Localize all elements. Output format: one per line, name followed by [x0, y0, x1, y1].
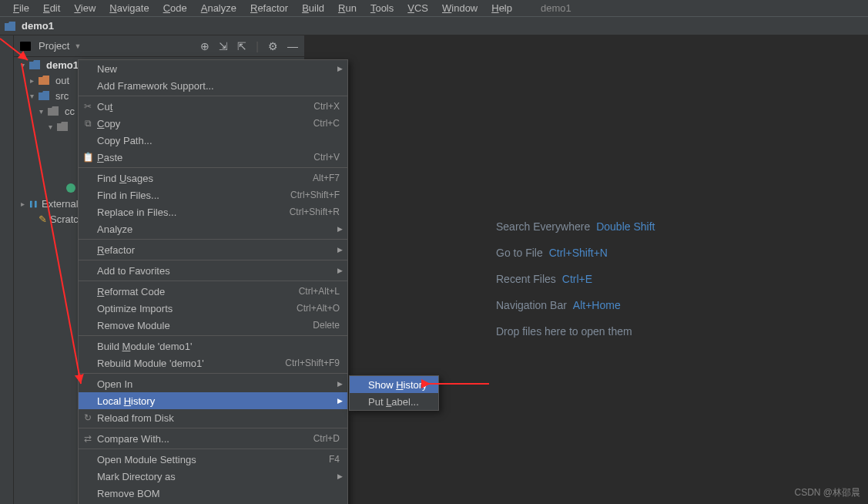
menu-item-shortcut: Ctrl+Alt+L: [299, 286, 340, 297]
menu-item-label: Compare With...: [97, 433, 169, 445]
folder-icon: [57, 122, 68, 131]
tree-root[interactable]: demo1: [46, 59, 79, 71]
menu-item[interactable]: ✂CutCtrl+X: [79, 98, 347, 115]
menu-item-label: Add Framework Support...: [97, 80, 214, 92]
menu-item-shortcut: Ctrl+V: [313, 152, 340, 163]
menu-item[interactable]: Copy Path...: [79, 132, 347, 149]
breadcrumb: demo1: [0, 17, 868, 35]
menu-item-label: Replace in Files...: [97, 207, 176, 218]
menu-navigate[interactable]: Navigate: [102, 2, 156, 14]
submenu-item-label: Show History: [368, 379, 427, 391]
submenu-item[interactable]: Put Label...: [350, 393, 438, 410]
chevron-right-icon: ▶: [337, 65, 343, 72]
sidebar-title[interactable]: Project: [39, 40, 69, 52]
menu-item[interactable]: Replace in Files...Ctrl+Shift+R: [79, 203, 347, 220]
menu-item[interactable]: 📋PasteCtrl+V: [79, 149, 347, 166]
breadcrumb-project[interactable]: demo1: [22, 20, 54, 32]
menu-help[interactable]: Help: [484, 2, 519, 14]
menu-tools[interactable]: Tools: [364, 2, 400, 14]
context-menu[interactable]: New▶Add Framework Support...✂CutCtrl+X⧉C…: [78, 59, 348, 504]
submenu-item-label: Put Label...: [368, 396, 419, 408]
tree-cc[interactable]: cc: [65, 106, 75, 117]
tree-src[interactable]: src: [55, 90, 69, 102]
menu-item-label: Local History: [97, 395, 155, 407]
menu-item[interactable]: Open In▶: [79, 375, 347, 392]
project-view-icon: [20, 42, 31, 51]
menu-item-label: New: [97, 63, 117, 75]
expand-icon[interactable]: ⇲: [219, 40, 228, 52]
menu-item[interactable]: ⧉CopyCtrl+C: [79, 115, 347, 132]
editor-hint: Go to FileCtrl+Shift+N: [496, 247, 655, 259]
editor-area[interactable]: Search EverywhereDouble ShiftGo to FileC…: [305, 35, 868, 504]
menu-item-shortcut: Ctrl+Alt+O: [297, 303, 340, 314]
menu-item[interactable]: Reformat CodeCtrl+Alt+L: [79, 283, 347, 300]
menu-item-label: Mark Directory as: [97, 471, 176, 482]
class-icon: [66, 183, 75, 193]
menu-item-label: Copy: [97, 118, 120, 129]
menu-run[interactable]: Run: [331, 2, 364, 14]
menu-item-label: Remove Module: [97, 320, 170, 331]
menu-item-shortcut: Ctrl+Shift+R: [290, 207, 340, 217]
hint-shortcut: Ctrl+E: [562, 273, 592, 285]
menu-item-shortcut: F4: [329, 454, 340, 465]
menu-item-label: Paste: [97, 152, 122, 163]
collapse-icon[interactable]: ⇱: [237, 40, 246, 52]
menubar: FileEditViewNavigateCodeAnalyzeRefactorB…: [0, 0, 868, 17]
menu-window[interactable]: Window: [435, 2, 484, 14]
menu-item[interactable]: Mark Directory as▶: [79, 468, 347, 485]
menu-item[interactable]: Find in Files...Ctrl+Shift+F: [79, 186, 347, 203]
chevron-right-icon: ▶: [337, 246, 343, 254]
menu-item-label: Optimize Imports: [97, 303, 173, 314]
menu-item[interactable]: Analyze▶: [79, 220, 347, 237]
menu-item[interactable]: Remove ModuleDelete: [79, 317, 347, 334]
menu-item-icon: ⧉: [82, 118, 94, 129]
submenu-local-history[interactable]: Show HistoryPut Label...: [349, 375, 439, 411]
menu-item[interactable]: Local History▶: [79, 392, 347, 409]
chevron-right-icon: ▶: [337, 472, 343, 480]
menu-view[interactable]: View: [67, 2, 102, 14]
menu-edit[interactable]: Edit: [36, 2, 67, 14]
menu-code[interactable]: Code: [156, 2, 194, 14]
svg-rect-0: [20, 42, 31, 51]
menu-item-label: Refactor: [97, 244, 135, 256]
menu-item[interactable]: Build Module 'demo1': [79, 338, 347, 354]
menu-item-shortcut: Ctrl+D: [313, 433, 340, 444]
menu-analyze[interactable]: Analyze: [194, 2, 243, 14]
chevron-down-icon[interactable]: ▼: [74, 42, 81, 50]
menu-item[interactable]: Add to Favorites▶: [79, 262, 347, 279]
menu-item-label: Open Module Settings: [97, 454, 196, 465]
menu-item[interactable]: Refactor▶: [79, 241, 347, 258]
menu-file[interactable]: File: [6, 2, 36, 14]
submenu-item[interactable]: Show History: [350, 376, 438, 393]
menu-item-icon: ↻: [82, 412, 94, 423]
menu-item[interactable]: ⇄Compare With...Ctrl+D: [79, 430, 347, 447]
tree-out[interactable]: out: [55, 75, 69, 86]
menu-item-label: Rebuild Module 'demo1': [97, 358, 204, 369]
menu-item[interactable]: Add Framework Support...: [79, 77, 347, 94]
menu-build[interactable]: Build: [295, 2, 331, 14]
menu-vcs[interactable]: VCS: [400, 2, 435, 14]
watermark: CSDN @林邵晨: [794, 486, 860, 499]
hide-icon[interactable]: —: [287, 40, 298, 52]
library-icon: ⫿⫿: [29, 199, 39, 208]
sidebar-header: Project ▼ ⊕ ⇲ ⇱ | ⚙ —: [14, 35, 304, 57]
gear-icon[interactable]: ⚙: [268, 40, 278, 52]
menu-item[interactable]: ↻Reload from Disk: [79, 409, 347, 426]
menu-item[interactable]: Optimize ImportsCtrl+Alt+O: [79, 300, 347, 317]
hint-shortcut: Ctrl+Shift+N: [549, 247, 608, 259]
menu-item-icon: ⇄: [82, 433, 94, 444]
hint-shortcut: Double Shift: [596, 220, 655, 233]
folder-icon: [39, 76, 49, 85]
menu-item[interactable]: Find UsagesAlt+F7: [79, 170, 347, 186]
menu-item[interactable]: New▶: [79, 60, 347, 77]
target-icon[interactable]: ⊕: [200, 40, 209, 52]
menu-item-icon: 📋: [82, 152, 94, 163]
menu-item-label: Open In: [97, 378, 132, 390]
menu-item[interactable]: Open Module SettingsF4: [79, 451, 347, 468]
chevron-right-icon: ▶: [337, 225, 343, 233]
menu-refactor[interactable]: Refactor: [243, 2, 295, 14]
menu-item[interactable]: Rebuild Module 'demo1'Ctrl+Shift+F9: [79, 354, 347, 371]
tool-window-strip[interactable]: [0, 35, 14, 504]
editor-hints: Search EverywhereDouble ShiftGo to FileC…: [496, 220, 655, 338]
menu-item[interactable]: Remove BOM: [79, 485, 347, 502]
